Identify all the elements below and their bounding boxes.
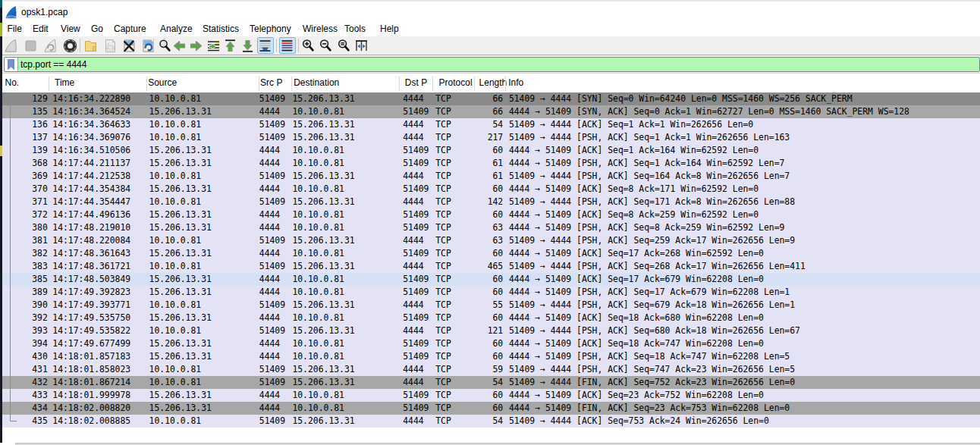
cell-time: 14:17:49.677499	[52, 337, 130, 350]
column-separator[interactable]	[146, 77, 147, 91]
menu-view[interactable]: View	[55, 21, 85, 36]
column-header-time[interactable]: Time	[55, 77, 74, 88]
cell-time: 14:18:01.867214	[52, 376, 130, 389]
packet-row-431[interactable]: 43114:18:01.85802310.10.0.815140915.206.…	[2, 363, 980, 376]
menu-tools[interactable]: Tools	[339, 21, 371, 36]
packet-row-432[interactable]: 43214:18:01.86721410.10.0.815140915.206.…	[2, 376, 980, 389]
menu-analyze[interactable]: Analyze	[155, 21, 197, 36]
cell-dport: 51409	[403, 273, 429, 286]
packet-row-372[interactable]: 37214:17:44.49613615.206.13.31444410.10.…	[2, 208, 980, 221]
column-header-destination[interactable]: Destination	[294, 77, 339, 88]
cell-sport: 51409	[259, 299, 285, 312]
column-separator[interactable]	[291, 77, 292, 91]
cell-src: 15.206.13.31	[149, 157, 212, 170]
packet-row-390[interactable]: 39014:17:49.39377110.10.0.815140915.206.…	[2, 299, 980, 312]
packet-row-435[interactable]: 43514:18:02.00888510.10.0.815140915.206.…	[2, 415, 980, 428]
cell-no: 368	[32, 157, 48, 170]
start-capture-button[interactable]	[2, 37, 19, 54]
menu-statistics[interactable]: Statistics	[197, 21, 244, 36]
menu-telephony[interactable]: Telephony	[244, 21, 296, 36]
packet-row-392[interactable]: 39214:17:49.53575015.206.13.31444410.10.…	[2, 312, 980, 324]
resize-columns-icon	[354, 39, 369, 53]
column-header-protocol[interactable]: Protocol	[439, 77, 473, 88]
packet-row-139[interactable]: 13914:16:34.51050615.206.13.31444410.10.…	[2, 144, 980, 157]
go-back-button[interactable]	[171, 37, 187, 54]
packet-row-433[interactable]: 43314:18:01.99997815.206.13.31444410.10.…	[2, 389, 980, 402]
column-header-no[interactable]: No.	[5, 77, 20, 88]
packet-row-370[interactable]: 37014:17:44.35438415.206.13.31444410.10.…	[2, 183, 980, 196]
column-separator[interactable]	[432, 77, 433, 91]
save-file-button[interactable]: 010	[102, 37, 118, 54]
packet-row-389[interactable]: 38914:17:49.39282315.206.13.31444410.10.…	[2, 286, 980, 299]
cell-no: 135	[32, 105, 48, 118]
display-filter-input[interactable]	[18, 58, 979, 71]
capture-options-button[interactable]	[61, 37, 78, 54]
auto-scroll-button[interactable]	[257, 37, 274, 54]
column-header-srcp[interactable]: Src P	[260, 77, 282, 88]
column-header-source[interactable]: Source	[148, 77, 177, 88]
close-file-button[interactable]	[121, 37, 137, 54]
column-separator[interactable]	[399, 77, 400, 91]
filter-bookmark-button[interactable]	[5, 58, 18, 71]
go-forward-button[interactable]	[187, 37, 204, 54]
go-to-bottom-button[interactable]	[239, 37, 256, 54]
packet-row-393[interactable]: 39314:17:49.53582210.10.0.815140915.206.…	[2, 324, 980, 337]
zoom-out-button[interactable]	[318, 37, 335, 54]
zoom-normal-button[interactable]	[335, 37, 352, 54]
resize-columns-button[interactable]	[353, 37, 370, 54]
menu-help[interactable]: Help	[375, 21, 404, 36]
packet-row-434[interactable]: 43414:18:02.00882015.206.13.31444410.10.…	[2, 402, 980, 415]
column-header-length[interactable]: Length	[479, 77, 507, 88]
cell-src: 10.10.0.81	[149, 196, 202, 208]
go-to-packet-button[interactable]	[205, 37, 221, 54]
menu-capture[interactable]: Capture	[108, 21, 151, 36]
menu-edit[interactable]: Edit	[27, 21, 53, 36]
cell-sport: 51409	[259, 376, 285, 389]
packet-row-382[interactable]: 38214:17:48.36164315.206.13.31444410.10.…	[2, 247, 980, 260]
open-file-button[interactable]	[82, 37, 99, 54]
display-filter-box	[4, 57, 980, 72]
stop-capture-button[interactable]	[22, 37, 39, 54]
packet-row-371[interactable]: 37114:17:44.35444710.10.0.815140915.206.…	[2, 196, 980, 208]
cell-time: 14:16:34.364524	[52, 105, 130, 118]
cell-no: 136	[32, 118, 48, 131]
zoom-in-button[interactable]	[300, 37, 316, 54]
go-to-top-button[interactable]	[222, 37, 239, 54]
packet-row-381[interactable]: 38114:17:48.22008410.10.0.815140915.206.…	[2, 234, 980, 247]
cell-time: 14:17:48.503849	[52, 273, 130, 286]
packet-row-129[interactable]: 12914:16:34.22289010.10.0.815140915.206.…	[2, 92, 980, 105]
packet-row-369[interactable]: 36914:17:44.21253810.10.0.815140915.206.…	[2, 170, 980, 183]
cell-proto: TCP	[435, 389, 451, 402]
packet-row-430[interactable]: 43014:18:01.85718315.206.13.31444410.10.…	[2, 350, 980, 363]
cell-src: 15.206.13.31	[149, 183, 212, 196]
column-separator[interactable]	[49, 77, 49, 91]
packet-row-394[interactable]: 39414:17:49.67749915.206.13.31444410.10.…	[2, 337, 980, 350]
column-separator[interactable]	[505, 77, 506, 91]
column-header-info[interactable]: Info	[508, 77, 523, 88]
packet-row-137[interactable]: 13714:16:34.36907610.10.0.815140915.206.…	[2, 131, 980, 144]
restart-capture-button[interactable]	[42, 37, 58, 54]
cell-dst: 10.10.0.81	[292, 273, 344, 286]
cell-len: 217	[488, 131, 504, 144]
colorize-button[interactable]	[279, 37, 296, 54]
menu-wireless[interactable]: Wireless	[297, 21, 343, 36]
cell-time: 14:16:34.369076	[52, 131, 130, 144]
cell-time: 14:17:49.392823	[52, 286, 130, 299]
cell-dst: 15.206.13.31	[292, 376, 354, 389]
cell-src: 10.10.0.81	[149, 324, 202, 337]
cell-sport: 4444	[259, 337, 280, 350]
packet-row-135[interactable]: 13514:16:34.36452415.206.13.31444410.10.…	[2, 105, 980, 118]
menu-file[interactable]: File	[2, 21, 27, 36]
packet-row-368[interactable]: 36814:17:44.21113715.206.13.31444410.10.…	[2, 157, 980, 170]
column-separator[interactable]	[259, 77, 259, 91]
cell-info: 51409 → 4444 [PSH, ACK] Seq=679 Ack=18 W…	[509, 299, 795, 312]
menu-go[interactable]: Go	[86, 21, 108, 36]
packet-row-383[interactable]: 38314:17:48.36172110.10.0.815140915.206.…	[2, 260, 980, 273]
packet-row-136[interactable]: 13614:16:34.36463310.10.0.815140915.206.…	[2, 118, 980, 131]
cell-info: 51409 → 4444 [SYN] Seq=0 Win=64240 Len=0…	[509, 92, 853, 105]
column-separator[interactable]	[474, 77, 475, 91]
packet-row-385[interactable]: 38514:17:48.50384915.206.13.31444410.10.…	[2, 273, 980, 286]
desktop-edge-teal-segment	[0, 0, 2, 8]
packet-row-380[interactable]: 38014:17:48.21901015.206.13.31444410.10.…	[2, 221, 980, 234]
column-header-dstp[interactable]: Dst P	[405, 77, 427, 88]
